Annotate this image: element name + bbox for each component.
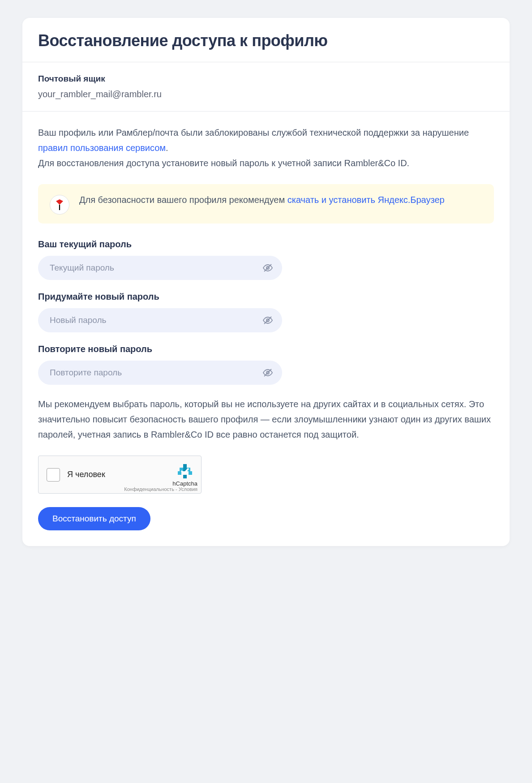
confirm-password-group: Повторите новый пароль bbox=[38, 344, 494, 385]
current-password-label: Ваш текущий пароль bbox=[38, 239, 494, 250]
captcha-label: Я человек bbox=[67, 470, 105, 479]
eye-off-icon[interactable] bbox=[262, 367, 273, 378]
captcha-checkbox[interactable] bbox=[47, 468, 60, 482]
mailbox-label: Почтовый ящик bbox=[38, 74, 494, 84]
svg-rect-12 bbox=[183, 475, 187, 478]
captcha-links[interactable]: Конфиденциальность - Условия bbox=[124, 486, 197, 492]
svg-rect-10 bbox=[178, 471, 181, 475]
password-tips: Мы рекомендуем выбрать пароль, который в… bbox=[38, 396, 494, 442]
recovery-card: Восстановление доступа к профилю Почтовы… bbox=[22, 18, 510, 546]
new-password-wrapper bbox=[38, 308, 282, 332]
yandex-notice: Для безопасности вашего профиля рекоменд… bbox=[38, 184, 494, 224]
eye-off-icon[interactable] bbox=[262, 262, 273, 273]
notice-text-1: Для безопасности вашего профиля рекоменд… bbox=[79, 195, 287, 205]
confirm-password-label: Повторите новый пароль bbox=[38, 344, 494, 354]
desc-text-1: Ваш профиль или Рамблер/почта были забло… bbox=[38, 128, 469, 138]
mailbox-section: Почтовый ящик your_rambler_mail@rambler.… bbox=[22, 62, 510, 112]
content-section: Ваш профиль или Рамблер/почта были забло… bbox=[22, 112, 510, 546]
new-password-input[interactable] bbox=[38, 308, 282, 332]
svg-rect-11 bbox=[189, 471, 192, 475]
page-title: Восстановление доступа к профилю bbox=[38, 31, 494, 50]
description-text: Ваш профиль или Рамблер/почта были забло… bbox=[38, 125, 494, 171]
current-password-input[interactable] bbox=[38, 256, 282, 280]
submit-button[interactable]: Восстановить доступ bbox=[38, 507, 150, 530]
mailbox-value: your_rambler_mail@rambler.ru bbox=[38, 89, 494, 99]
captcha-widget: Я человек hCaptcha Конфиденциальность - … bbox=[38, 456, 202, 494]
current-password-wrapper bbox=[38, 256, 282, 280]
card-header: Восстановление доступа к профилю bbox=[22, 18, 510, 62]
notice-text: Для безопасности вашего профиля рекоменд… bbox=[79, 193, 482, 207]
new-password-group: Придумайте новый пароль bbox=[38, 292, 494, 332]
captcha-brand: hCaptcha bbox=[172, 480, 197, 487]
current-password-group: Ваш текущий пароль bbox=[38, 239, 494, 280]
confirm-password-wrapper bbox=[38, 361, 282, 385]
yandex-download-link[interactable]: скачать и установить Яндекс.Браузер bbox=[287, 195, 445, 205]
terms-link[interactable]: правил пользования сервисом bbox=[38, 143, 166, 153]
hcaptcha-icon bbox=[177, 463, 193, 479]
new-password-label: Придумайте новый пароль bbox=[38, 292, 494, 302]
yandex-icon bbox=[50, 195, 69, 215]
svg-rect-6 bbox=[183, 464, 187, 468]
desc-text-3: Для восстановления доступа установите но… bbox=[38, 158, 409, 168]
desc-text-2: . bbox=[166, 143, 168, 153]
eye-off-icon[interactable] bbox=[262, 315, 273, 326]
confirm-password-input[interactable] bbox=[38, 361, 282, 385]
